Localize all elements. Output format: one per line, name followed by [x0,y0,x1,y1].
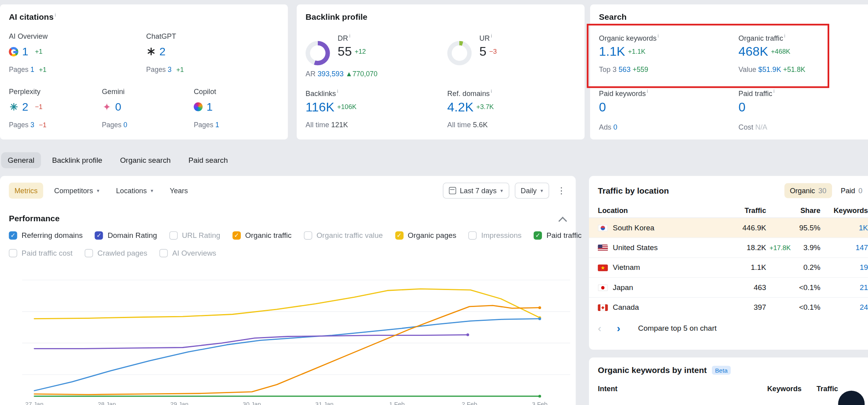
traffic-by-location-title: Traffic by location [598,186,669,196]
tab-paid-search[interactable]: Paid search [182,152,234,168]
tab-organic-search[interactable]: Organic search [113,152,177,168]
paid-toggle[interactable]: Paid0 [835,183,868,198]
copilot-icon [194,102,202,111]
perplexity-icon [9,102,18,111]
info-icon: i [55,12,56,18]
collapse-chevron-icon[interactable] [559,217,567,226]
chevron-down-icon: ▾ [541,188,543,193]
location-table-header: Location Traffic Share Keywords [589,203,868,218]
backlink-profile-title: Backlink profile [306,12,576,22]
gemini-icon [102,102,111,111]
date-range-dropdown[interactable]: Last 7 days▾ [443,183,509,199]
compare-top5-link[interactable]: Compare top 5 on chart [638,324,717,333]
keywords-link[interactable]: 24 [860,303,868,311]
backlinks-value[interactable]: 116K [306,100,334,114]
metrics-button[interactable]: Metrics [9,183,43,199]
ads-count[interactable]: 0 [613,123,617,131]
ur-label: UR [479,34,490,42]
pages-count[interactable]: 0 [123,121,127,129]
ai-overview-delta: +1 [35,47,42,55]
cost-value: N/A [755,123,767,131]
checkbox-icon [95,231,103,239]
granularity-dropdown[interactable]: Daily▾ [515,183,549,199]
app-viewport: AI citationsi AI Overview 1 +1 Pages 1 +… [0,0,868,405]
next-page-icon[interactable]: › [617,324,621,332]
location-pagination: ‹ › Compare top 5 on chart [589,317,868,339]
keywords-link[interactable]: 21 [860,283,868,292]
checkbox-domain-rating[interactable]: Domain Rating [95,231,157,239]
chatgpt-icon [146,47,156,56]
ref-domains-value[interactable]: 4.2K [447,100,474,114]
flag-japan-icon [598,284,608,291]
checkbox-icon [9,231,17,239]
info-icon: i [647,89,648,94]
checkbox-icon [232,231,241,239]
ur-value: 5 [479,44,487,58]
calendar-icon [449,187,456,194]
filters-bar: Metrics Competitors▾ Locations▾ Years La… [9,183,568,199]
keywords-link[interactable]: 147 [855,243,868,252]
checkbox-ai-overviews[interactable]: AI Overviews [159,249,216,257]
organic-toggle[interactable]: Organic30 [784,183,832,198]
perplexity-count[interactable]: 2 [22,100,28,113]
keywords-link[interactable]: 19 [860,264,868,272]
pages-count[interactable]: 3 [30,121,34,129]
ai-item-chatgpt: ChatGPT 2 Pages 3 +1 [146,32,274,73]
organic-paid-toggle: Organic30 Paid0 [784,183,868,198]
backlink-profile-card: Backlink profile DRi 55+12 AR 393,593 ▲7… [297,4,585,139]
checkbox-icon [169,231,177,239]
backlinks-label: Backlinks [306,89,336,98]
checkbox-referring-domains[interactable]: Referring domains [9,231,83,239]
ref-domains-label: Ref. domains [447,89,490,98]
ai-overview-count[interactable]: 1 [22,45,28,58]
keywords-link[interactable]: 1K [859,224,868,232]
table-row-japan[interactable]: Japan 463 <0.1% 21 [589,278,868,298]
table-row-vietnam[interactable]: Vietnam 1.1K 0.2% 19 [589,258,868,278]
pages-count[interactable]: 1 [215,121,219,129]
gemini-count[interactable]: 0 [115,100,121,113]
checkbox-organic-traffic-value[interactable]: Organic traffic value [304,231,383,239]
ar-value[interactable]: 393,593 [317,70,343,78]
checkbox-icon [159,249,168,257]
checkbox-impressions[interactable]: Impressions [468,231,521,239]
checkbox-icon [534,231,542,239]
dashboard: AI citationsi AI Overview 1 +1 Pages 1 +… [0,0,868,405]
performance-heading: Performance [9,214,59,223]
flag-united-states-icon [598,244,608,251]
info-icon: i [337,89,338,94]
flag-south-korea-icon [598,224,608,231]
metric-checkbox-row-1: Referring domains Domain Rating URL Rati… [9,231,570,239]
ai-citations-card: AI citationsi AI Overview 1 +1 Pages 1 +… [0,4,288,139]
beta-badge: Beta [712,365,731,374]
table-row-united-states[interactable]: United States 18.2K+17.8K 3.9% 147+92 [589,238,868,258]
dr-value: 55 [338,44,352,58]
copilot-count[interactable]: 1 [206,100,213,113]
ai-item-ai-overview: AI Overview 1 +1 Pages 1 +1 [9,32,136,73]
more-options-icon[interactable]: ⋮ [555,185,568,196]
paid-keywords-block: Paid keywordsi 0 Ads 0 [599,89,648,131]
pages-count[interactable]: 1 [30,66,34,74]
traffic-by-location-card: Traffic by location Organic30 Paid0 Loca… [589,176,868,350]
prev-page-icon[interactable]: ‹ [598,324,602,332]
paid-traffic-value[interactable]: 0 [738,100,745,114]
table-row-south-korea[interactable]: South Korea 446.9K 95.5% 1K [589,218,868,238]
checkbox-paid-traffic[interactable]: Paid traffic [534,231,581,239]
checkbox-url-rating[interactable]: URL Rating [169,231,220,239]
checkbox-crawled-pages[interactable]: Crawled pages [85,249,147,257]
chatgpt-count[interactable]: 2 [159,45,166,58]
checkbox-icon [9,249,17,257]
tab-backlink-profile[interactable]: Backlink profile [45,152,109,168]
checkbox-organic-traffic[interactable]: Organic traffic [232,231,292,239]
paid-keywords-value[interactable]: 0 [599,100,606,114]
checkbox-icon [468,231,477,239]
competitors-dropdown[interactable]: Competitors▾ [49,183,105,199]
table-row-canada[interactable]: Canada 397 <0.1% 24 [589,298,868,317]
years-button[interactable]: Years [164,183,194,199]
checkbox-organic-pages[interactable]: Organic pages [395,231,456,239]
tab-general[interactable]: General [1,152,41,168]
chart-x-axis-labels: 27 Jan28 Jan29 Jan30 Jan31 Jan1 Feb2 Feb… [0,401,576,405]
checkbox-paid-traffic-cost[interactable]: Paid traffic cost [9,249,72,257]
ur-donut-chart [447,41,472,66]
pages-count[interactable]: 3 [168,66,172,74]
locations-dropdown[interactable]: Locations▾ [110,183,159,199]
